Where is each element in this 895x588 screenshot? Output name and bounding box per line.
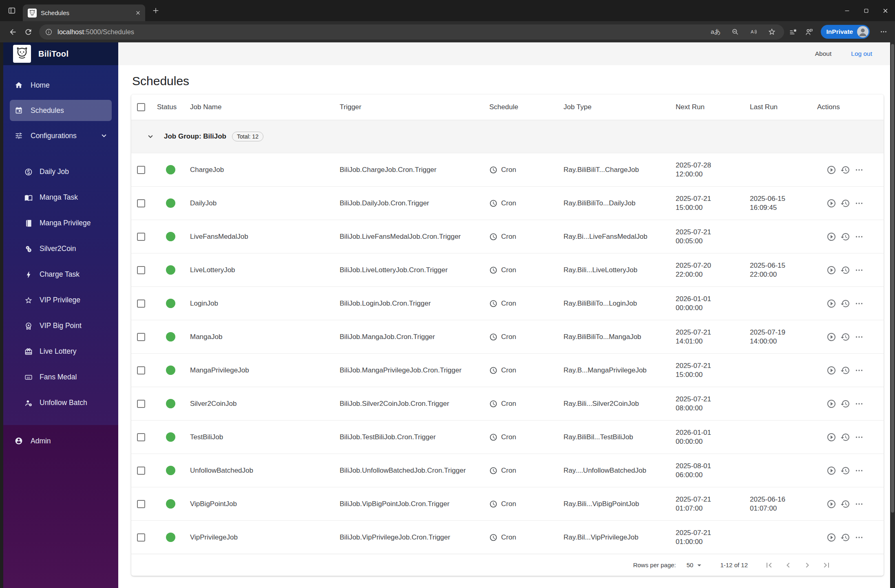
translate-icon[interactable]: aあ xyxy=(711,28,720,36)
last-run-cell: 2025-06-1516:09:45 xyxy=(750,194,823,212)
history-icon[interactable] xyxy=(840,265,850,275)
first-page-icon[interactable] xyxy=(764,560,774,570)
scrollbar-thumb[interactable] xyxy=(891,44,894,513)
sidebar-item-charge-task[interactable]: Charge Task xyxy=(3,262,118,287)
window-close-button[interactable] xyxy=(876,0,895,21)
row-checkbox[interactable] xyxy=(137,433,145,441)
site-info-icon[interactable] xyxy=(45,28,53,36)
scrollbar[interactable] xyxy=(890,42,895,588)
new-tab-icon[interactable] xyxy=(152,7,160,15)
row-checkbox[interactable] xyxy=(137,533,145,542)
row-checkbox[interactable] xyxy=(137,199,145,207)
favorites-hub-icon[interactable] xyxy=(789,28,798,36)
row-checkbox[interactable] xyxy=(137,467,145,475)
rows-per-page-select[interactable]: 50 xyxy=(687,561,704,570)
run-now-icon[interactable] xyxy=(826,399,836,409)
sidebar-item-live-lottery[interactable]: Live Lottery xyxy=(3,339,118,364)
run-now-icon[interactable] xyxy=(826,432,836,442)
last-page-icon[interactable] xyxy=(822,560,831,570)
history-icon[interactable] xyxy=(840,399,850,409)
history-icon[interactable] xyxy=(840,332,850,342)
row-checkbox[interactable] xyxy=(137,300,145,308)
about-link[interactable]: About xyxy=(815,50,832,57)
row-checkbox[interactable] xyxy=(137,266,145,274)
history-icon[interactable] xyxy=(840,366,850,375)
url-text[interactable]: localhost:5000/Schedules xyxy=(57,28,134,36)
svg-text:$: $ xyxy=(29,249,30,252)
sidebar-item-fans-medal[interactable]: CCFans Medal xyxy=(3,364,118,390)
history-icon[interactable] xyxy=(840,432,850,442)
refresh-button[interactable] xyxy=(20,24,36,40)
history-icon[interactable] xyxy=(840,533,850,542)
more-actions-icon[interactable] xyxy=(854,499,864,509)
sidebar-item-home[interactable]: Home xyxy=(3,73,118,98)
select-all-checkbox[interactable] xyxy=(137,103,145,111)
prev-page-icon[interactable] xyxy=(783,560,793,570)
maximize-button[interactable] xyxy=(857,0,876,21)
history-icon[interactable] xyxy=(840,299,850,308)
run-now-icon[interactable] xyxy=(826,366,836,375)
run-now-icon[interactable] xyxy=(826,533,836,542)
job-group-row[interactable]: Job Group: BiliJob Total: 12 xyxy=(131,120,884,153)
tab-close-icon[interactable] xyxy=(135,10,141,16)
more-actions-icon[interactable] xyxy=(854,198,864,208)
more-actions-icon[interactable] xyxy=(854,432,864,442)
inprivate-badge[interactable]: InPrivate xyxy=(821,25,870,39)
sidebar-item-daily-job[interactable]: Daily Job xyxy=(3,159,118,185)
more-actions-icon[interactable] xyxy=(854,299,864,308)
svg-text:A: A xyxy=(750,29,754,34)
row-checkbox[interactable] xyxy=(137,400,145,408)
history-icon[interactable] xyxy=(840,198,850,208)
history-icon[interactable] xyxy=(840,165,850,175)
profile-avatar[interactable] xyxy=(857,26,868,37)
read-aloud-icon[interactable]: A xyxy=(749,28,758,36)
row-checkbox[interactable] xyxy=(137,500,145,508)
history-icon[interactable] xyxy=(840,466,850,476)
sidebar-item-schedules[interactable]: Schedules xyxy=(10,100,112,121)
logout-link[interactable]: Log out xyxy=(851,50,872,57)
run-now-icon[interactable] xyxy=(826,332,836,342)
run-now-icon[interactable] xyxy=(826,499,836,509)
sidebar-item-vip-big-point[interactable]: VIP Big Point xyxy=(3,313,118,339)
next-run-date: 2025-07-21 xyxy=(676,328,744,337)
more-actions-icon[interactable] xyxy=(854,332,864,342)
run-now-icon[interactable] xyxy=(826,299,836,308)
sidebar-item-manga-task[interactable]: Manga Task xyxy=(3,185,118,210)
more-actions-icon[interactable] xyxy=(854,366,864,375)
run-now-icon[interactable] xyxy=(826,232,836,242)
browser-menu-icon[interactable] xyxy=(880,28,888,36)
sidebar-item-vip-privilege[interactable]: VIP Privilege xyxy=(3,287,118,313)
browser-tab[interactable]: Schedules xyxy=(23,4,145,21)
sidebar-item-configurations[interactable]: Configurations xyxy=(3,123,118,148)
row-checkbox[interactable] xyxy=(137,366,145,374)
add-favorite-star-icon[interactable] xyxy=(768,28,776,36)
collapse-group-chevron-icon[interactable] xyxy=(146,132,155,141)
run-now-icon[interactable] xyxy=(826,198,836,208)
row-checkbox[interactable] xyxy=(137,166,145,174)
sidebar-item-silver2coin[interactable]: €$Silver2Coin xyxy=(3,236,118,262)
more-actions-icon[interactable] xyxy=(854,265,864,275)
more-actions-icon[interactable] xyxy=(854,533,864,542)
history-icon[interactable] xyxy=(840,499,850,509)
history-icon[interactable] xyxy=(840,232,850,242)
back-button[interactable] xyxy=(5,24,20,40)
more-actions-icon[interactable] xyxy=(854,399,864,409)
row-checkbox[interactable] xyxy=(137,333,145,341)
sidebar-item-admin[interactable]: Admin xyxy=(3,428,118,454)
tab-actions-icon[interactable] xyxy=(7,6,16,15)
run-now-icon[interactable] xyxy=(826,265,836,275)
sidebar-item-unfollow-batch[interactable]: Unfollow Batch xyxy=(3,390,118,416)
more-actions-icon[interactable] xyxy=(854,165,864,175)
sidebar-item-manga-privilege[interactable]: Manga Privilege xyxy=(3,210,118,236)
more-actions-icon[interactable] xyxy=(854,466,864,476)
zoom-out-icon[interactable] xyxy=(731,28,739,36)
next-page-icon[interactable] xyxy=(802,560,812,570)
feedback-icon[interactable] xyxy=(805,28,813,36)
more-actions-icon[interactable] xyxy=(854,232,864,242)
address-bar[interactable]: localhost:5000/Schedules aあ A xyxy=(39,24,784,40)
run-now-icon[interactable] xyxy=(826,466,836,476)
brand-name: BiliTool xyxy=(38,49,69,59)
minimize-button[interactable] xyxy=(838,0,857,21)
row-checkbox[interactable] xyxy=(137,233,145,241)
run-now-icon[interactable] xyxy=(826,165,836,175)
